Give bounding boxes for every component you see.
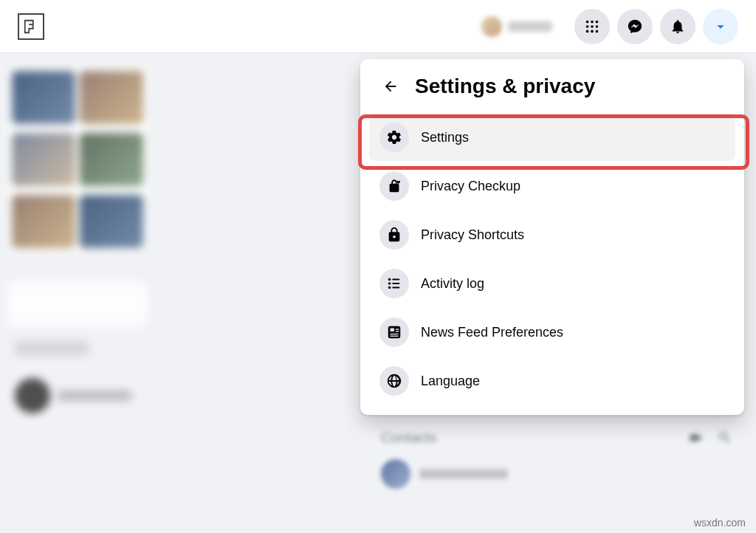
- back-button[interactable]: [377, 72, 405, 100]
- notifications-button[interactable]: [660, 9, 695, 44]
- svg-point-10: [388, 278, 391, 281]
- menu-item-activity-log[interactable]: Activity log: [369, 260, 735, 307]
- svg-rect-13: [392, 283, 399, 284]
- globe-icon: [379, 366, 409, 396]
- menu-item-settings[interactable]: Settings: [369, 114, 735, 161]
- svg-point-6: [586, 30, 589, 32]
- menu-label: News Feed Preferences: [421, 325, 563, 340]
- dropdown-title: Settings & privacy: [415, 75, 595, 98]
- svg-point-5: [596, 25, 599, 28]
- feed-icon: [379, 317, 409, 347]
- svg-rect-19: [396, 331, 399, 331]
- svg-point-4: [591, 25, 594, 28]
- svg-rect-15: [392, 287, 399, 289]
- svg-point-0: [586, 20, 589, 23]
- svg-point-1: [591, 20, 594, 23]
- messenger-button[interactable]: [617, 9, 653, 44]
- menu-item-privacy-shortcuts[interactable]: Privacy Shortcuts: [369, 211, 735, 258]
- menu-grid-button[interactable]: [574, 9, 610, 44]
- contact-row[interactable]: [372, 453, 741, 495]
- bell-icon: [670, 18, 686, 35]
- video-icon[interactable]: [688, 430, 703, 445]
- avatar: [481, 16, 502, 37]
- grid-icon: [584, 18, 600, 35]
- svg-point-2: [596, 20, 599, 23]
- svg-point-14: [388, 286, 391, 289]
- menu-label: Language: [421, 374, 480, 389]
- arrow-left-icon: [382, 78, 399, 94]
- search-icon[interactable]: [718, 430, 732, 445]
- svg-point-3: [586, 25, 589, 28]
- svg-rect-20: [391, 334, 399, 334]
- menu-label: Privacy Checkup: [421, 179, 520, 194]
- svg-point-8: [596, 30, 599, 32]
- settings-privacy-dropdown: Settings & privacy Settings Privacy Chec…: [360, 59, 744, 415]
- profile-chip[interactable]: [472, 12, 561, 41]
- top-nav: [0, 0, 756, 53]
- menu-label: Settings: [421, 130, 469, 145]
- svg-point-12: [388, 282, 391, 285]
- svg-rect-18: [396, 329, 399, 329]
- account-dropdown-button[interactable]: [703, 9, 738, 44]
- lock-heart-icon: [379, 171, 409, 201]
- gear-icon: [379, 123, 409, 152]
- contacts-panel: Contacts: [372, 430, 741, 495]
- contacts-title: Contacts: [381, 430, 673, 446]
- menu-label: Activity log: [421, 276, 484, 292]
- watermark: wsxdn.com: [694, 517, 746, 529]
- lock-icon: [379, 220, 409, 250]
- menu-item-news-feed-preferences[interactable]: News Feed Preferences: [369, 309, 735, 356]
- background-blur-left: [7, 66, 148, 421]
- menu-item-privacy-checkup[interactable]: Privacy Checkup: [369, 162, 735, 210]
- messenger-icon: [627, 18, 643, 35]
- menu-item-language[interactable]: Language: [369, 357, 735, 405]
- caret-down-icon: [712, 18, 729, 35]
- svg-rect-11: [392, 279, 399, 281]
- svg-rect-17: [391, 329, 395, 332]
- svg-rect-21: [391, 336, 399, 337]
- menu-label: Privacy Shortcuts: [421, 227, 524, 243]
- logo-icon[interactable]: [18, 13, 44, 40]
- list-icon: [379, 269, 409, 298]
- svg-point-7: [591, 30, 594, 32]
